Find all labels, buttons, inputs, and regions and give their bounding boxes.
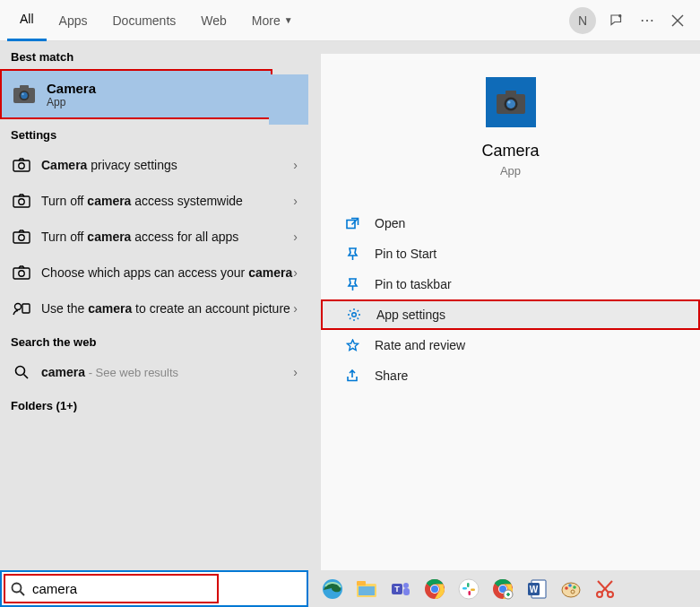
share-icon — [342, 369, 362, 383]
svg-line-19 — [24, 375, 29, 379]
pin-start-icon — [342, 247, 362, 261]
svg-rect-14 — [13, 268, 30, 279]
svg-rect-34 — [357, 581, 366, 585]
action-share[interactable]: Share — [321, 360, 700, 391]
chevron-right-icon: › — [293, 265, 298, 280]
taskbar-word-icon[interactable]: W — [522, 574, 552, 604]
best-match-header: Best match — [0, 41, 308, 69]
taskbar-chrome-canary-icon[interactable] — [488, 574, 518, 604]
svg-rect-35 — [359, 586, 375, 595]
folders-header: Folders (1+) — [0, 390, 308, 418]
svg-rect-39 — [403, 588, 410, 595]
svg-point-30 — [13, 583, 22, 592]
gear-icon — [344, 308, 364, 322]
settings-header: Settings — [0, 119, 308, 147]
chevron-right-icon: › — [293, 301, 298, 316]
svg-rect-10 — [13, 196, 30, 207]
search-web-header: Search the web — [0, 326, 308, 354]
svg-text:T: T — [394, 585, 400, 594]
open-icon — [342, 217, 362, 230]
preview-subtitle: App — [500, 164, 521, 178]
taskbar-paint-icon[interactable] — [556, 574, 586, 604]
chevron-right-icon: › — [293, 230, 298, 244]
setting-account-picture[interactable]: Use the camera to create an account pict… — [0, 290, 308, 326]
camera-outline-icon — [11, 265, 32, 280]
search-box[interactable] — [0, 570, 308, 607]
preview-panel: Camera App Open Pin to Start Pin to task… — [321, 54, 700, 570]
svg-point-56 — [565, 586, 568, 590]
tab-all[interactable]: All — [7, 0, 47, 41]
taskbar-explorer-icon[interactable] — [351, 574, 382, 604]
action-open[interactable]: Open — [321, 208, 700, 238]
setting-turn-off-systemwide[interactable]: Turn off camera access systemwide › — [0, 183, 308, 219]
close-icon[interactable] — [662, 5, 693, 36]
chevron-right-icon: › — [293, 158, 298, 172]
taskbar-teams-icon[interactable]: T — [385, 574, 416, 604]
preview-app-tile — [486, 77, 536, 127]
search-input[interactable] — [32, 581, 212, 596]
svg-rect-45 — [467, 583, 470, 587]
svg-rect-47 — [469, 591, 471, 595]
setting-choose-apps[interactable]: Choose which apps can access your camera… — [0, 255, 308, 290]
svg-point-0 — [619, 14, 621, 16]
svg-point-42 — [431, 585, 438, 593]
svg-rect-4 — [20, 85, 29, 90]
preview-title: Camera — [481, 142, 539, 160]
action-pin-taskbar[interactable]: Pin to taskbar — [321, 269, 700, 299]
setting-camera-privacy[interactable]: Camera privacy settings › — [0, 147, 308, 183]
tab-more[interactable]: More▼ — [239, 0, 306, 41]
taskbar-snip-icon[interactable] — [590, 574, 620, 604]
taskbar-chrome-icon[interactable] — [419, 574, 450, 604]
taskbar-slack-icon[interactable] — [454, 574, 484, 604]
svg-rect-21 — [506, 91, 516, 96]
chevron-down-icon: ▼ — [284, 15, 293, 25]
svg-rect-17 — [22, 304, 30, 313]
svg-point-11 — [19, 199, 24, 204]
svg-point-57 — [568, 584, 572, 587]
camera-outline-icon — [11, 194, 32, 208]
svg-point-16 — [15, 304, 22, 310]
account-picture-icon — [11, 301, 32, 316]
svg-rect-46 — [471, 588, 475, 591]
svg-point-9 — [19, 163, 24, 169]
feedback-icon[interactable] — [601, 5, 632, 36]
web-result-camera[interactable]: camera - See web results › — [0, 354, 308, 390]
action-rate-review[interactable]: Rate and review — [321, 330, 700, 360]
action-app-settings[interactable]: App settings — [321, 299, 700, 330]
svg-rect-12 — [13, 232, 30, 243]
taskbar: T W — [0, 570, 700, 607]
tab-documents[interactable]: Documents — [99, 0, 188, 41]
star-icon — [342, 339, 362, 352]
camera-outline-icon — [11, 158, 32, 172]
taskbar-edge-icon[interactable] — [317, 574, 348, 604]
svg-rect-8 — [13, 160, 30, 171]
svg-line-31 — [21, 591, 25, 595]
more-icon[interactable]: ⋯ — [632, 5, 662, 36]
svg-point-59 — [571, 590, 575, 594]
setting-turn-off-all-apps[interactable]: Turn off camera access for all apps › — [0, 219, 308, 255]
svg-point-23 — [506, 100, 515, 108]
svg-rect-44 — [462, 587, 467, 590]
search-icon — [11, 365, 32, 379]
svg-point-38 — [403, 583, 409, 588]
svg-point-29 — [352, 313, 357, 317]
camera-outline-icon — [11, 230, 32, 244]
svg-point-58 — [573, 585, 576, 589]
tab-web[interactable]: Web — [188, 0, 239, 41]
best-match-camera[interactable]: Camera App — [0, 69, 272, 119]
svg-point-13 — [19, 235, 24, 240]
svg-text:W: W — [530, 585, 539, 594]
svg-rect-25 — [347, 220, 355, 228]
camera-app-icon — [11, 81, 38, 108]
svg-point-7 — [22, 93, 23, 95]
svg-point-6 — [21, 92, 28, 100]
results-panel: Best match Camera App Settings Camera pr… — [0, 41, 308, 570]
chevron-right-icon: › — [293, 194, 298, 208]
best-match-title: Camera — [47, 81, 96, 96]
pin-taskbar-icon — [342, 278, 362, 291]
user-avatar[interactable]: N — [569, 7, 596, 34]
action-pin-start[interactable]: Pin to Start — [321, 238, 700, 269]
svg-point-24 — [507, 100, 510, 103]
svg-point-15 — [19, 271, 24, 276]
tab-apps[interactable]: Apps — [47, 0, 100, 41]
